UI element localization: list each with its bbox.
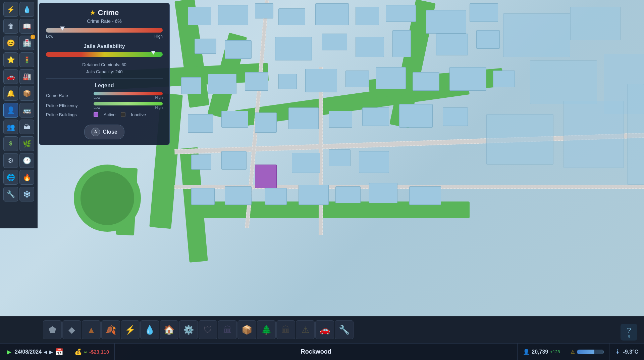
sidebar-btn-health[interactable]: 🏥 ! (19, 36, 34, 50)
status-population-segment: 👤 20,739 +128 (517, 344, 565, 360)
bottom-icon-power[interactable]: ⚡ (121, 320, 140, 339)
overlay-warning-icon: ⚠ (571, 349, 575, 355)
sidebar-btn-landmarks[interactable]: ⭐ (3, 52, 18, 67)
status-date-segment: ▶ 24/08/2024 ◀ ▶ 📅 (0, 344, 69, 360)
sidebar-btn-population[interactable]: 👥 (3, 120, 18, 134)
status-money-segment: 💰 ∞ -$23,110 (69, 344, 115, 360)
close-button[interactable]: A Close (84, 125, 124, 139)
police-building-active (255, 165, 277, 188)
dot-active-label: Active (104, 112, 115, 117)
bottom-icon-zone-com[interactable]: ◆ (62, 320, 81, 339)
sidebar-btn-finance[interactable]: $ (3, 136, 18, 151)
crime-low-label: Low (46, 34, 53, 39)
panel-subtitle: Crime Rate - 6% (46, 18, 163, 24)
play-button[interactable]: ▶ (5, 348, 13, 356)
bottom-icons-row: ⬟ ◆ ▲ 🍂 ⚡ 💧 🏠 ⚙️ 🛡 🏛 📦 🌲 🏛 ⚠ 🚗 🔧 (39, 320, 644, 339)
sidebar-row-11: 🌐 🔥 (0, 169, 38, 185)
sidebar-row-9: $ 🌿 (0, 136, 38, 152)
sidebar-btn-resources[interactable]: 📦 (19, 86, 34, 101)
help-button[interactable]: ? R (621, 324, 637, 341)
legend-crime-bar-wrap: Low High (94, 92, 163, 99)
bottom-icon-warning[interactable]: ⚠ (296, 320, 315, 339)
status-growth: +128 (550, 349, 560, 354)
bottom-toolbar: ⬟ ◆ ▲ 🍂 ⚡ 💧 🏠 ⚙️ 🛡 🏛 📦 🌲 🏛 ⚠ 🚗 🔧 (0, 316, 644, 343)
question-mark-icon: ? (627, 326, 631, 335)
sidebar-btn-terrain[interactable]: 🏔 (19, 120, 34, 134)
speed-left-button[interactable]: ◀ (44, 349, 47, 355)
crime-panel: ★ Crime Crime Rate - 6% Low High Jails A… (39, 3, 170, 145)
population-icon: 👤 (523, 349, 530, 355)
panel-title-text: Crime (98, 8, 119, 17)
thermometer-icon: 🌡 (615, 348, 621, 355)
jails-marker (151, 51, 156, 55)
status-population: 20,739 (532, 349, 548, 355)
jails-bar-track (46, 52, 163, 57)
legend-section: Legend Crime Rate Low High Police Effici… (46, 78, 163, 117)
speed-right-button[interactable]: ▶ (49, 349, 53, 355)
legend-police-high: High (155, 105, 163, 109)
bottom-icon-shields[interactable]: 🏛 (218, 320, 237, 339)
sidebar-btn-fire[interactable]: 🔥 (19, 170, 34, 185)
status-overlay-segment: ⚠ (565, 344, 609, 360)
bottom-icon-water[interactable]: 💧 (140, 320, 159, 339)
legend-buildings-label: Police Buildings (46, 112, 90, 117)
panel-title: ★ Crime (46, 8, 163, 17)
bottom-icon-vehicles[interactable]: 🚗 (315, 320, 334, 339)
bottom-icon-nature[interactable]: 🌲 (257, 320, 276, 339)
sidebar-btn-wrench[interactable]: 🔧 (3, 187, 18, 201)
left-sidebar: ⚡ 💧 🗑 📖 😊 🏥 ! ⭐ 🚦 🚗 🏭 🔔 📦 👤 🚌 👥 🏔 $ 🌿 ⚙ (0, 0, 38, 228)
crime-rate-section: Low High (46, 28, 163, 39)
legend-police-bar (94, 102, 163, 105)
jails-stats: Detained Criminals: 60 Jails Capacity: 2… (46, 61, 163, 76)
sidebar-row-1: ⚡ 💧 (0, 1, 38, 17)
health-badge: ! (31, 35, 35, 39)
jails-title: Jails Availability (46, 43, 163, 49)
bottom-icon-zone-ind[interactable]: ▲ (82, 320, 101, 339)
capacity-label: Jails Capacity: 240 (46, 69, 163, 76)
jails-section (46, 52, 163, 57)
bottom-icon-services[interactable]: ⚙️ (179, 320, 198, 339)
sidebar-btn-alerts[interactable]: 🔔 (3, 86, 18, 101)
status-bar: ▶ 24/08/2024 ◀ ▶ 📅 💰 ∞ -$23,110 Rockwood… (0, 343, 644, 360)
bottom-icon-safety[interactable]: 🛡 (199, 320, 217, 339)
crime-rate-marker (60, 27, 65, 31)
dot-inactive-icon (121, 112, 125, 117)
bottom-icon-industry2[interactable]: 🔧 (335, 320, 354, 339)
bottom-icon-leisure[interactable]: 📦 (237, 320, 256, 339)
bottom-icon-monuments[interactable]: 🏛 (276, 320, 295, 339)
bottom-icon-zone-park[interactable]: 🍂 (101, 320, 120, 339)
crime-rate-labels: Low High (46, 34, 163, 39)
sidebar-btn-freeze[interactable]: ❄️ (19, 187, 34, 201)
temp-bar-mini (577, 350, 604, 354)
status-city-segment: Rockwood (115, 348, 517, 355)
legend-buildings-dots: Active Inactive (94, 112, 146, 117)
bottom-icon-zone-res[interactable]: ⬟ (43, 320, 62, 339)
sidebar-btn-education[interactable]: 📖 (19, 19, 34, 34)
sidebar-btn-crime[interactable]: 👤 (3, 103, 18, 118)
legend-title: Legend (46, 83, 163, 89)
sidebar-btn-settings[interactable]: ⚙ (3, 153, 18, 168)
sidebar-row-2: 🗑 📖 (0, 18, 38, 34)
sidebar-btn-electricity[interactable]: ⚡ (3, 2, 18, 17)
sidebar-btn-garbage[interactable]: 🗑 (3, 19, 18, 34)
sidebar-btn-bus[interactable]: 🚌 (19, 103, 34, 118)
sidebar-btn-water[interactable]: 💧 (19, 2, 34, 17)
jails-bar-fill (46, 52, 163, 57)
sidebar-btn-environment[interactable]: 🌿 (19, 136, 34, 151)
legend-row-buildings: Police Buildings Active Inactive (46, 112, 163, 117)
sidebar-row-4: ⭐ 🚦 (0, 52, 38, 68)
sidebar-btn-time[interactable]: 🕐 (19, 153, 34, 168)
sidebar-row-3: 😊 🏥 ! (0, 35, 38, 51)
sidebar-btn-happiness[interactable]: 😊 (3, 36, 18, 50)
status-temp-segment: 🌡 -9.3°C (609, 344, 644, 360)
legend-crime-high: High (155, 95, 163, 99)
sidebar-btn-industry[interactable]: 🏭 (19, 69, 34, 84)
bottom-icon-buildings[interactable]: 🏠 (160, 320, 178, 339)
sidebar-btn-transport[interactable]: 🚗 (3, 69, 18, 84)
legend-police-lo-hi: Low High (94, 105, 163, 109)
sidebar-btn-traffic[interactable]: 🚦 (19, 52, 34, 67)
dot-inactive-label: Inactive (131, 112, 146, 117)
sidebar-row-5: 🚗 🏭 (0, 69, 38, 85)
sidebar-btn-globe[interactable]: 🌐 (3, 170, 18, 185)
sidebar-row-6: 🔔 📦 (0, 85, 38, 101)
